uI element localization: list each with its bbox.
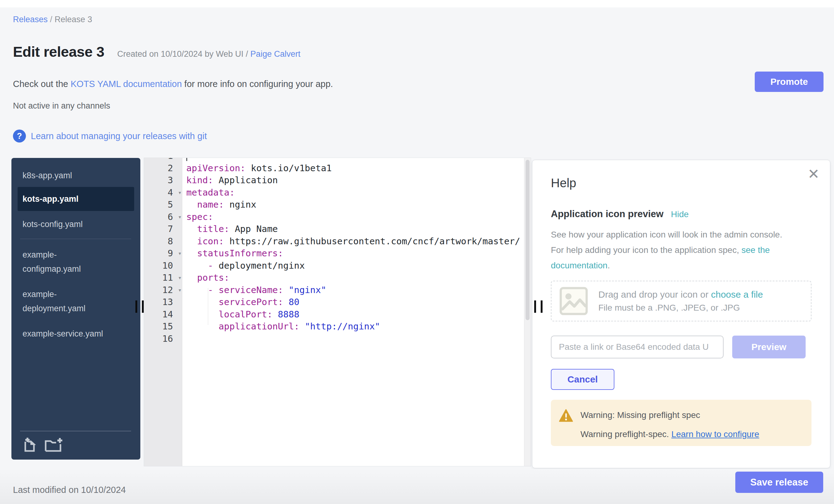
file-group-divider bbox=[20, 239, 131, 239]
code-line-15[interactable]: 15 applicationUrl: "http://nginx" bbox=[144, 321, 531, 333]
page-title: Edit release 3 bbox=[13, 43, 104, 60]
line-number: 1 bbox=[144, 158, 182, 162]
code-line-2[interactable]: 2apiVersion: kots.io/v1beta1 bbox=[144, 162, 531, 175]
docs-suffix: for more info on configuring your app. bbox=[182, 79, 333, 89]
line-number: 7 bbox=[144, 223, 182, 235]
line-number: 16 bbox=[144, 333, 182, 345]
top-strip bbox=[0, 0, 834, 7]
cancel-button[interactable]: Cancel bbox=[551, 369, 614, 390]
created-author-link[interactable]: Paige Calvert bbox=[250, 49, 301, 59]
line-number: 13 bbox=[144, 296, 182, 308]
git-releases-link[interactable]: Learn about managing your releases with … bbox=[31, 131, 207, 141]
file-item-example-service.yaml[interactable]: example-service.yaml bbox=[12, 327, 140, 341]
file-list: k8s-app.yamlkots-app.yamlkots-config.yam… bbox=[12, 169, 140, 341]
promote-button[interactable]: Promote bbox=[755, 71, 824, 92]
line-number: 11▾ bbox=[144, 272, 182, 284]
line-number: 10 bbox=[144, 260, 182, 272]
new-folder-icon[interactable] bbox=[45, 437, 63, 453]
code-line-13[interactable]: 13 servicePort: 80 bbox=[144, 296, 531, 308]
git-help-row: ? Learn about managing your releases wit… bbox=[13, 130, 207, 143]
code-line-4[interactable]: 4▾metadata: bbox=[144, 187, 531, 199]
breadcrumb: Releases / Release 3 bbox=[13, 15, 92, 24]
editor-help-resize-handle[interactable] bbox=[534, 301, 544, 313]
dropzone-file-requirements: File must be a .PNG, .JPEG, or .JPG bbox=[598, 303, 763, 313]
code-line-10[interactable]: 10 - deployment/nginx bbox=[144, 260, 531, 272]
learn-how-to-configure-link[interactable]: Learn how to configure bbox=[672, 429, 759, 439]
line-number: 8 bbox=[144, 235, 182, 248]
icon-url-row: Preview bbox=[551, 335, 811, 358]
fold-arrow-icon[interactable]: ▾ bbox=[178, 211, 182, 223]
yaml-editor[interactable]: 1---2apiVersion: kots.io/v1beta13kind: A… bbox=[144, 158, 531, 466]
text-cursor bbox=[186, 158, 187, 161]
code-line-1[interactable]: 1--- bbox=[144, 158, 531, 162]
fold-arrow-icon[interactable]: ▾ bbox=[178, 284, 182, 297]
code-line-16[interactable]: 16 bbox=[144, 333, 531, 345]
last-modified-text: Last modified on 10/10/2024 bbox=[13, 485, 126, 495]
code-line-9[interactable]: 9▾ statusInformers: bbox=[144, 247, 531, 260]
line-number: 14 bbox=[144, 308, 182, 321]
help-panel: ✕ Help Application icon preview Hide See… bbox=[532, 160, 830, 468]
code-line-8[interactable]: 8 icon: https://raw.githubusercontent.co… bbox=[144, 235, 531, 248]
editor-scrollbar-thumb[interactable] bbox=[526, 160, 530, 320]
new-file-icon[interactable] bbox=[23, 437, 37, 453]
help-description: See how your application icon will look … bbox=[551, 227, 791, 273]
code-line-12[interactable]: 12▾ - serviceName: "nginx" bbox=[144, 284, 531, 297]
code-line-3[interactable]: 3kind: Application bbox=[144, 174, 531, 187]
line-number: 15 bbox=[144, 321, 182, 333]
icon-url-input[interactable] bbox=[551, 335, 724, 358]
sidebar-editor-resize-handle[interactable] bbox=[135, 301, 145, 313]
file-item-k8s-app.yaml[interactable]: k8s-app.yaml bbox=[12, 169, 140, 182]
preview-button[interactable]: Preview bbox=[732, 335, 806, 358]
line-number: 12▾ bbox=[144, 284, 182, 297]
dropzone-texts: Drag and drop your icon or choose a file… bbox=[598, 289, 763, 313]
code-line-5[interactable]: 5 name: nginx bbox=[144, 199, 531, 211]
edit-release-page: Releases / Release 3 Edit release 3 Crea… bbox=[0, 0, 834, 504]
breadcrumb-releases-link[interactable]: Releases bbox=[13, 15, 48, 24]
warning-triangle-icon bbox=[559, 409, 573, 422]
code-line-7[interactable]: 7 title: App Name bbox=[144, 223, 531, 235]
file-item-example-configmap.yaml[interactable]: example-configmap.yaml bbox=[12, 248, 140, 276]
created-info: Created on 10/10/2024 by Web UI / Paige … bbox=[117, 49, 301, 59]
code-line-6[interactable]: 6▾spec: bbox=[144, 211, 531, 223]
icon-preview-section-header: Application icon preview Hide bbox=[551, 209, 811, 220]
title-row: Edit release 3 Created on 10/10/2024 by … bbox=[13, 43, 301, 60]
file-item-kots-app.yaml[interactable]: kots-app.yaml bbox=[18, 187, 134, 211]
question-circle-icon: ? bbox=[13, 130, 26, 143]
fold-arrow-icon[interactable]: ▾ bbox=[178, 247, 182, 260]
choose-file-link[interactable]: choose a file bbox=[711, 289, 763, 300]
warning-title: Warning: Missing preflight spec bbox=[580, 410, 802, 420]
created-text: Created on 10/10/2024 by Web UI / bbox=[117, 49, 250, 59]
hide-link[interactable]: Hide bbox=[671, 210, 689, 219]
fold-arrow-icon[interactable]: ▾ bbox=[178, 187, 182, 199]
help-title: Help bbox=[551, 176, 811, 190]
editor-content[interactable]: 1---2apiVersion: kots.io/v1beta13kind: A… bbox=[144, 158, 531, 345]
docs-prefix: Check out the bbox=[13, 79, 71, 89]
close-icon[interactable]: ✕ bbox=[808, 167, 819, 181]
file-item-kots-config.yaml[interactable]: kots-config.yaml bbox=[12, 217, 140, 231]
line-number: 2 bbox=[144, 162, 182, 175]
kots-yaml-docs-link[interactable]: KOTS YAML documentation bbox=[71, 79, 182, 89]
line-number: 4▾ bbox=[144, 187, 182, 199]
code-line-11[interactable]: 11▾ ports: bbox=[144, 272, 531, 284]
breadcrumb-current: Release 3 bbox=[54, 15, 92, 24]
fold-arrow-icon[interactable]: ▾ bbox=[178, 272, 182, 284]
indent-guide bbox=[208, 288, 208, 325]
channel-status: Not active in any channels bbox=[13, 101, 110, 111]
save-release-button[interactable]: Save release bbox=[735, 472, 823, 493]
icon-dropzone[interactable]: Drag and drop your icon or choose a file… bbox=[551, 281, 811, 322]
warning-detail-text: Warning preflight-spec. bbox=[580, 429, 672, 439]
breadcrumb-separator: / bbox=[48, 15, 55, 24]
sidebar-footer bbox=[23, 437, 63, 453]
line-number: 3 bbox=[144, 174, 182, 187]
file-item-example-deployment.yaml[interactable]: example-deployment.yaml bbox=[12, 287, 140, 315]
line-number: 6▾ bbox=[144, 211, 182, 223]
dropzone-text: Drag and drop your icon or bbox=[598, 289, 711, 300]
code-line-14[interactable]: 14 localPort: 8888 bbox=[144, 308, 531, 321]
warning-detail: Warning preflight-spec. Learn how to con… bbox=[580, 429, 802, 439]
docs-line: Check out the KOTS YAML documentation fo… bbox=[13, 79, 333, 89]
editor-scrollbar-track[interactable] bbox=[524, 158, 531, 466]
line-number: 9▾ bbox=[144, 247, 182, 260]
file-sidebar: k8s-app.yamlkots-app.yamlkots-config.yam… bbox=[12, 158, 140, 460]
help-description-period: . bbox=[608, 261, 610, 270]
warning-box: Warning: Missing preflight spec Warning … bbox=[551, 400, 811, 446]
